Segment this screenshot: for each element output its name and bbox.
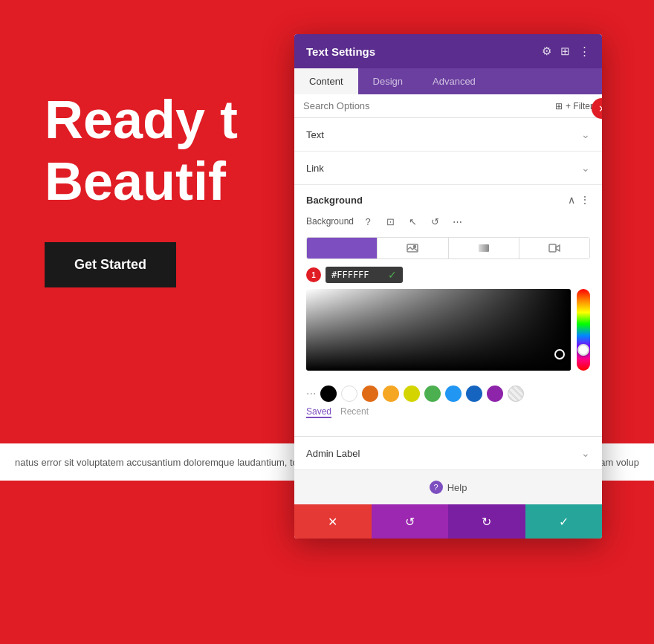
swatch-yellow[interactable] [404, 386, 420, 402]
hue-thumb[interactable] [577, 344, 589, 356]
panel-header: Text Settings ⚙ ⊞ ⋮ [294, 34, 602, 68]
color-tab-gradient[interactable] [449, 238, 519, 258]
help-icon: ? [430, 481, 443, 494]
text-section-label: Text [306, 129, 324, 140]
bg-options-icon[interactable]: ⋯ [449, 213, 465, 230]
panel-title: Text Settings [306, 45, 375, 58]
bg-collapse-icon[interactable]: ∧ [568, 194, 575, 206]
filter-icon: ⊞ [555, 101, 563, 111]
admin-label-chevron-icon: ⌄ [581, 447, 590, 459]
bg-more-icon[interactable]: ⋮ [580, 194, 590, 206]
help-label: Help [447, 482, 467, 493]
save-button[interactable]: ✓ [525, 504, 603, 539]
background-section: Background ∧ ⋮ Background ? ⊡ ↖ ↺ ⋯ [294, 185, 602, 437]
swatch-dark-blue[interactable] [466, 386, 482, 402]
more-colors-btn[interactable]: ··· [306, 387, 316, 400]
svg-point-2 [414, 246, 416, 248]
reset-button[interactable]: ↺ [372, 504, 449, 539]
tab-advanced[interactable]: Advanced [418, 68, 490, 94]
tab-design[interactable]: Design [358, 68, 418, 94]
bg-sub-label: Background [306, 216, 354, 227]
gradient-picker [306, 289, 590, 378]
swatch-purple[interactable] [487, 386, 503, 402]
header-icons: ⚙ ⊞ ⋮ [542, 45, 590, 58]
hue-slider[interactable] [577, 289, 590, 371]
redo-button[interactable]: ↻ [448, 504, 525, 539]
bg-reset-icon[interactable]: ↺ [427, 213, 443, 230]
filter-button[interactable]: ⊞ + Filter [555, 101, 593, 111]
more-icon[interactable]: ⋮ [579, 45, 590, 58]
admin-label-text: Admin Label [306, 448, 360, 459]
panel-footer: ✕ ↺ ↻ ✓ [294, 504, 602, 539]
text-chevron-icon: ⌄ [581, 129, 590, 140]
bg-cursor-icon[interactable]: ↖ [404, 213, 421, 230]
link-chevron-icon: ⌄ [581, 162, 590, 174]
hex-input-wrapper[interactable]: ✓ [326, 267, 403, 283]
saved-tab-saved[interactable]: Saved [306, 406, 331, 418]
help-row[interactable]: ? Help [294, 470, 602, 504]
saved-tabs: Saved Recent [306, 406, 590, 418]
panel-body: Text ⌄ Link ⌄ Background ∧ ⋮ Background [294, 118, 602, 504]
settings-icon[interactable]: ⚙ [542, 45, 551, 58]
link-section[interactable]: Link ⌄ [294, 152, 602, 185]
swatch-orange[interactable] [362, 386, 378, 402]
gradient-thumb[interactable] [554, 349, 565, 360]
svg-point-0 [337, 243, 347, 253]
swatch-blue[interactable] [445, 386, 462, 402]
color-tab-image[interactable] [378, 238, 448, 258]
hex-row: 1 ✓ [306, 267, 590, 283]
color-tab-video[interactable] [519, 238, 589, 258]
saved-colors-row: ··· [306, 386, 590, 402]
tab-content[interactable]: Content [294, 68, 358, 94]
swatch-custom[interactable] [508, 386, 524, 402]
panel-tabs: Content Design Advanced [294, 68, 602, 94]
bg-help-icon[interactable]: ? [360, 213, 376, 230]
cancel-button[interactable]: ✕ [294, 504, 372, 539]
hex-confirm-icon[interactable]: ✓ [388, 269, 397, 281]
swatch-amber[interactable] [383, 386, 399, 402]
search-bar: ⊞ + Filter [294, 94, 602, 118]
color-tab-solid[interactable] [307, 238, 378, 258]
svg-rect-3 [479, 244, 489, 252]
expand-icon[interactable]: ⊞ [560, 45, 570, 58]
link-section-label: Link [306, 163, 324, 174]
swatch-black[interactable] [320, 386, 337, 402]
color-index-badge: 1 [306, 267, 321, 282]
admin-label-section[interactable]: Admin Label ⌄ [294, 437, 602, 470]
search-input[interactable] [303, 100, 555, 111]
bg-controls-row: Background ? ⊡ ↖ ↺ ⋯ [306, 213, 590, 230]
gradient-square[interactable] [306, 289, 571, 378]
hero-title: Ready t Beautif [45, 89, 238, 212]
svg-rect-4 [549, 244, 556, 252]
color-type-tabs [306, 237, 590, 259]
settings-panel: ✕ Text Settings ⚙ ⊞ ⋮ Content Design Adv… [294, 34, 602, 539]
swatch-white[interactable] [341, 386, 357, 402]
cta-button[interactable]: Get Started [45, 242, 176, 287]
filter-label: + Filter [566, 101, 593, 111]
bg-section-header: Background ∧ ⋮ [306, 194, 590, 206]
saved-tab-recent[interactable]: Recent [340, 406, 369, 418]
text-section[interactable]: Text ⌄ [294, 118, 602, 152]
bg-copy-icon[interactable]: ⊡ [382, 213, 398, 230]
hex-input[interactable] [331, 270, 383, 280]
bg-section-title: Background [306, 195, 363, 206]
swatch-green[interactable] [424, 386, 441, 402]
